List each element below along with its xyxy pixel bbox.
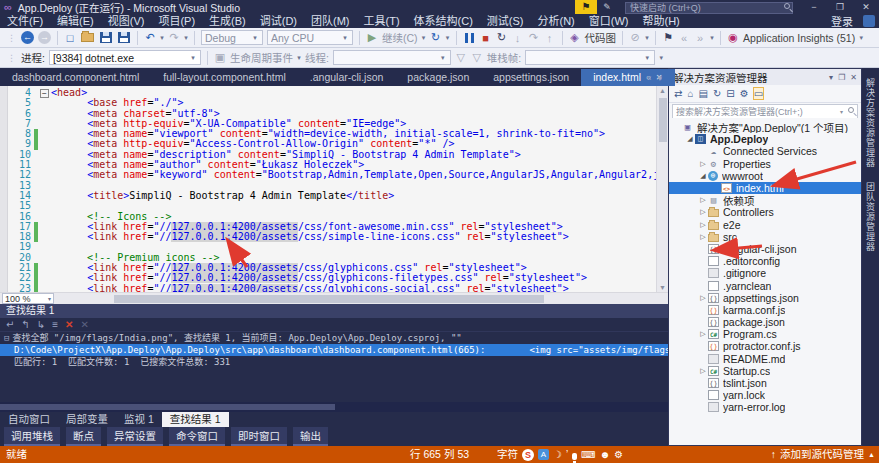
collapse-results-icon[interactable]: ⊟ — [4, 332, 9, 344]
code-line[interactable]: 19 — [0, 242, 656, 252]
menu-item[interactable]: 编辑(E) — [50, 15, 101, 27]
expand-closed-icon[interactable]: ▷ — [698, 208, 708, 216]
debug-window-tab[interactable]: 调用堆栈 — [4, 427, 60, 446]
tree-item-app.deploy[interactable]: ◢App.Deploy — [669, 133, 861, 145]
code-line[interactable]: 18 <link href="//127.0.0.1:4200/assets/c… — [0, 232, 656, 242]
document-tab[interactable]: full-layout.component.html — [151, 69, 298, 86]
menu-item[interactable]: 工具(T) — [357, 15, 407, 27]
tree-item-program.cs[interactable]: ▷Program.cs — [669, 328, 861, 340]
ime-mode-icon[interactable]: A — [538, 449, 549, 460]
goto-location-icon[interactable]: ↵ — [6, 319, 14, 330]
expand-closed-icon[interactable]: ▷ — [698, 221, 708, 229]
flag-threads-icon[interactable]: ▽ — [469, 51, 485, 64]
previous-location-icon[interactable]: ↰ — [21, 319, 29, 330]
side-tab[interactable]: 团队资源管理器 — [864, 182, 877, 252]
tree-item-.yarnclean[interactable]: .yarnclean — [669, 279, 861, 291]
keyboard-icon[interactable]: ⌨ — [581, 446, 595, 463]
filter-threads-icon[interactable]: ▽ — [453, 51, 469, 64]
menu-item[interactable]: 调试(D) — [253, 15, 304, 27]
menu-item[interactable]: 文件(F) — [0, 15, 50, 27]
delete-results-icon[interactable]: ✕ — [65, 319, 73, 330]
debug-window-tab[interactable]: 命令窗口 — [169, 427, 225, 446]
code-line[interactable]: 22 <link href="//127.0.0.1:4200/assets/c… — [0, 273, 656, 283]
step-into-icon[interactable]: ↓ — [510, 32, 526, 44]
application-insights-dropdown-icon[interactable]: ▾ — [857, 34, 865, 42]
tree-item-src[interactable]: ▷src — [669, 231, 861, 243]
panel-menu-icon[interactable]: ▾ — [829, 73, 833, 82]
code-line[interactable]: 7 <meta http-equiv="X-UA-Compatible" con… — [0, 119, 656, 129]
tree-item-.gitignore[interactable]: .gitignore — [669, 267, 861, 279]
clear-all-icon[interactable]: ≡ — [52, 319, 58, 330]
refresh-dropdown-icon[interactable]: ▾ — [444, 34, 452, 42]
next-bookmark-icon[interactable]: » — [692, 32, 708, 44]
navigate-back-icon[interactable]: ← — [21, 31, 34, 44]
expand-closed-icon[interactable]: ▷ — [698, 160, 708, 168]
menu-item[interactable]: 体系结构(C) — [407, 15, 480, 27]
menu-item[interactable]: 生成(B) — [202, 15, 253, 27]
code-line[interactable]: 4−<head> — [0, 88, 656, 98]
collapse-all-icon[interactable]: ⊟ — [726, 88, 734, 99]
save-all-icon[interactable] — [118, 32, 130, 43]
menu-item[interactable]: 窗口(W) — [582, 15, 636, 27]
expand-open-icon[interactable]: ◢ — [698, 172, 708, 180]
new-file-icon[interactable]: □ — [62, 32, 78, 44]
code-line[interactable]: 14 <title>SimpliQ - Bootstrap 4 Admin Te… — [0, 191, 656, 201]
redo-dropdown-icon[interactable]: ▾ — [182, 34, 190, 42]
expand-closed-icon[interactable]: ▷ — [698, 294, 708, 302]
tree-item-yarn.lock[interactable]: yarn.lock — [669, 389, 861, 401]
bottom-tab[interactable]: 自动窗口 — [0, 412, 58, 427]
source-control-menu-icon[interactable]: ▲ — [868, 446, 875, 463]
menu-item[interactable]: 帮助(H) — [636, 15, 687, 27]
thread-select[interactable]: ▾ — [333, 50, 451, 65]
bottom-tab[interactable]: 查找结果 1 — [162, 412, 229, 427]
code-line[interactable]: 23 <link href="//127.0.0.1:4200/assets/c… — [0, 284, 656, 292]
tree-item--[interactable]: ▷依赖项 — [669, 194, 861, 206]
refresh-icon[interactable]: ↻ — [713, 88, 721, 99]
home-icon[interactable]: ⌂ — [687, 88, 693, 99]
sign-in-link[interactable]: 登录 — [831, 13, 853, 29]
code-line[interactable]: 6 <meta charset="utf-8"> — [0, 109, 656, 119]
sogou-logo-icon[interactable]: S — [522, 449, 534, 461]
menu-item[interactable]: 视图(V) — [101, 15, 152, 27]
editor-horizontal-scrollbar[interactable]: 100 %▾ — [0, 292, 668, 304]
tree-item-tslint.json[interactable]: tslint.json — [669, 377, 861, 389]
find-results-scrollbar[interactable] — [0, 402, 668, 412]
editor-zoom-select[interactable]: 100 %▾ — [2, 293, 54, 304]
debug-window-tab[interactable]: 断点 — [66, 427, 101, 446]
expand-closed-icon[interactable]: ▷ — [698, 196, 708, 204]
search-options-icon[interactable]: ▾ — [840, 108, 843, 115]
code-line[interactable]: 9 <meta http-equiv="Access-Control-Allow… — [0, 139, 656, 149]
expand-closed-icon[interactable]: ▷ — [698, 367, 708, 375]
previous-bookmark-icon[interactable]: « — [676, 32, 692, 44]
find-result-row[interactable]: D:\Code\ProjectX\App.Deploy\App.Deploy\s… — [0, 344, 668, 356]
debug-window-tab[interactable]: 即时窗口 — [231, 427, 287, 446]
expand-open-icon[interactable]: ◢ — [685, 135, 695, 143]
continue-icon[interactable]: ▶ — [364, 31, 380, 44]
tree-item-connected-services[interactable]: Connected Services — [669, 145, 861, 157]
microphone-icon[interactable] — [572, 453, 577, 460]
code-line[interactable]: 8 <meta name="viewport" content="width=d… — [0, 129, 656, 139]
tree-item-package.json[interactable]: package.json — [669, 316, 861, 328]
side-tab[interactable]: 解决方案资源管理器 — [864, 78, 877, 168]
application-insights-icon[interactable]: ◉ — [725, 31, 741, 44]
bottom-tab[interactable]: 监视 1 — [116, 412, 162, 427]
add-to-source-control[interactable]: 添加到源代码管理 — [780, 446, 864, 463]
document-tab[interactable]: appsettings.json — [481, 69, 581, 86]
tab-overflow-left-icon[interactable]: « — [646, 73, 651, 83]
tree-item-index.html[interactable]: index.html — [669, 182, 861, 194]
tree-item-wwwroot[interactable]: ◢wwwroot — [669, 170, 861, 182]
code-line[interactable]: 15 — [0, 201, 656, 211]
tab-list-menu-icon[interactable]: ▾ — [657, 73, 662, 83]
code-line[interactable]: 21 <link href="//127.0.0.1:4200/assets/c… — [0, 263, 656, 273]
expand-closed-icon[interactable]: ▷ — [698, 330, 708, 338]
application-insights-label[interactable]: Application Insights (51) — [743, 32, 855, 44]
tree-item--app.deploy-1-[interactable]: 解决方案"App.Deploy"(1 个项目) — [669, 121, 861, 133]
code-line[interactable]: 17 <link href="//127.0.0.1:4200/assets/c… — [0, 222, 656, 232]
tree-item-startup.cs[interactable]: ▷Startup.cs — [669, 365, 861, 377]
person-icon[interactable]: ☻ — [600, 446, 611, 463]
menu-item[interactable]: 测试(S) — [480, 15, 531, 27]
debug-window-tab[interactable]: 异常设置 — [107, 427, 163, 446]
delete-all-icon[interactable]: ✕ — [80, 319, 88, 330]
code-line[interactable]: 11 <meta name="author" content="Łukasz H… — [0, 160, 656, 170]
next-location-icon[interactable]: ↳ — [37, 319, 45, 330]
